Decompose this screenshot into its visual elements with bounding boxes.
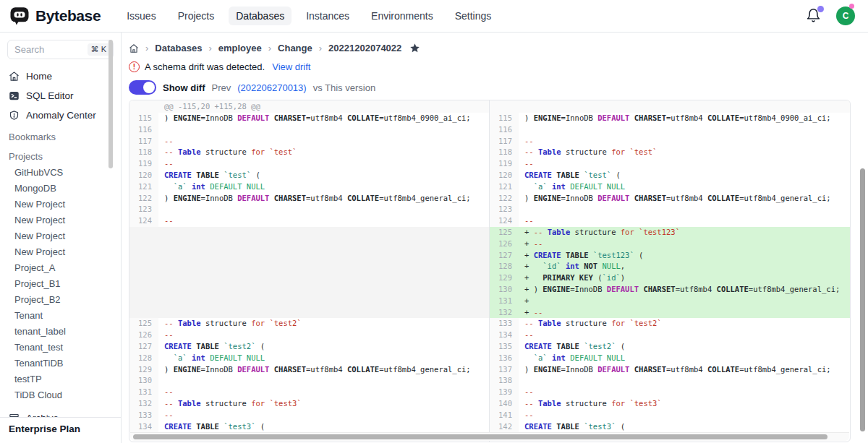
line-number: 125 bbox=[490, 227, 519, 238]
line-number: 117 bbox=[129, 136, 158, 147]
code-line: `a` int DEFAULT NULL bbox=[519, 181, 850, 193]
schema-diff-viewer[interactable]: @@ -115,20 +115,28 @@ 115) ENGINE=InnoDB… bbox=[129, 100, 851, 442]
sidebar-scrollbar[interactable] bbox=[109, 40, 113, 168]
code-line bbox=[519, 375, 850, 387]
nav-item-databases[interactable]: Databases bbox=[229, 7, 292, 25]
nav-item-issues[interactable]: Issues bbox=[119, 7, 163, 25]
notifications-button[interactable] bbox=[806, 8, 822, 24]
diff-row: 123 bbox=[129, 204, 489, 215]
diff-row: 121 `a` int DEFAULT NULL bbox=[490, 181, 850, 193]
line-number: 131 bbox=[490, 296, 519, 307]
code-line: -- Table structure for `test3` bbox=[519, 398, 850, 410]
diff-row: 125-- Table structure for `test2` bbox=[129, 318, 489, 330]
code-line: CREATE TABLE `test3` ( bbox=[519, 421, 850, 433]
diff-row: 135CREATE TABLE `test2` ( bbox=[490, 341, 850, 353]
diff-row: 115) ENGINE=InnoDB DEFAULT CHARSET=utf8m… bbox=[129, 113, 489, 124]
code-line: CREATE TABLE `test2` ( bbox=[519, 341, 850, 353]
breadcrumb-separator: › bbox=[208, 43, 211, 53]
sidebar-project-project-b1[interactable]: Project_B1 bbox=[0, 275, 121, 291]
sidebar-item-anomaly-center[interactable]: Anomaly Center bbox=[0, 106, 121, 125]
line-number: 120 bbox=[129, 170, 158, 181]
diff-row: 141-- bbox=[490, 410, 850, 421]
breadcrumb-separator: › bbox=[319, 43, 322, 53]
nav-item-instances[interactable]: Instances bbox=[299, 7, 357, 25]
diff-row: 139-- bbox=[490, 387, 850, 398]
sidebar-item-label: Anomaly Center bbox=[26, 110, 96, 121]
diff-row: 115) ENGINE=InnoDB DEFAULT CHARSET=utf8m… bbox=[490, 113, 850, 124]
nav-item-settings[interactable]: Settings bbox=[448, 7, 499, 25]
line-number: 115 bbox=[490, 113, 519, 124]
line-number: 132 bbox=[129, 398, 158, 410]
diff-row: 129+ PRIMARY KEY (`id`) bbox=[490, 272, 850, 284]
code-line: ) ENGINE=InnoDB DEFAULT CHARSET=utf8mb4 … bbox=[158, 193, 489, 205]
bytebase-logo-icon bbox=[9, 5, 30, 27]
sidebar-project-testtp[interactable]: testTP bbox=[0, 371, 121, 387]
diff-row: 130 bbox=[129, 375, 489, 387]
diff-row: 117-- bbox=[129, 136, 489, 147]
line-number: 137 bbox=[490, 364, 519, 376]
sidebar-project-project-b2[interactable]: Project_B2 bbox=[0, 291, 121, 307]
sidebar-project-tenant-label[interactable]: tenant_label bbox=[0, 323, 121, 339]
diff-horizontal-scrollbar-track bbox=[130, 432, 849, 441]
line-number: 122 bbox=[490, 193, 519, 205]
brand[interactable]: Bytebase bbox=[9, 5, 101, 27]
breadcrumb-home-icon[interactable] bbox=[129, 43, 139, 53]
code-line: -- Table structure for `test` bbox=[158, 147, 489, 158]
breadcrumb-item-change[interactable]: Change bbox=[278, 43, 312, 53]
sidebar-project-tenanttidb[interactable]: TenantTiDB bbox=[0, 355, 121, 371]
breadcrumb-item-employee[interactable]: employee bbox=[218, 43, 262, 53]
code-line: -- bbox=[519, 410, 850, 421]
diff-row: 131+ bbox=[490, 296, 850, 307]
page-vertical-scrollbar[interactable] bbox=[860, 168, 865, 431]
code-line: + CREATE TABLE `test123` ( bbox=[519, 250, 850, 262]
sidebar-project-tidb-cloud[interactable]: TiDB Cloud bbox=[0, 387, 121, 403]
main-content: › Databases › employee › Change › 202212… bbox=[122, 33, 868, 443]
diff-row: 126+ -- bbox=[490, 238, 850, 250]
search-input[interactable] bbox=[14, 44, 77, 55]
diff-horizontal-scrollbar[interactable] bbox=[133, 434, 827, 439]
shield-icon bbox=[9, 110, 20, 121]
diff-panes: @@ -115,20 +115,28 @@ 115) ENGINE=InnoDB… bbox=[129, 100, 850, 442]
sidebar-project-new-project[interactable]: New Project bbox=[0, 212, 121, 228]
sidebar-project-tenant-test[interactable]: Tenant_test bbox=[0, 339, 121, 355]
diff-row: 131-- bbox=[129, 387, 489, 398]
diff-pane-previous: @@ -115,20 +115,28 @@ 115) ENGINE=InnoDB… bbox=[129, 100, 490, 442]
show-diff-label: Show diff bbox=[163, 82, 205, 93]
code-line: CREATE TABLE `test3` ( bbox=[158, 421, 489, 433]
breadcrumb-item-version[interactable]: 20221202074022 bbox=[328, 43, 401, 53]
line-number: 136 bbox=[490, 353, 519, 364]
plan-badge[interactable]: Enterprise Plan bbox=[0, 417, 121, 443]
diff-row: 116 bbox=[490, 124, 850, 136]
toggle-knob bbox=[143, 82, 155, 93]
diff-row: 138 bbox=[490, 375, 850, 387]
sidebar-project-githubvcs[interactable]: GitHubVCS bbox=[0, 164, 121, 180]
sidebar-project-mongodb[interactable]: MongoDB bbox=[0, 180, 121, 196]
diff-rows-previous: 115) ENGINE=InnoDB DEFAULT CHARSET=utf8m… bbox=[129, 113, 489, 432]
sidebar-project-new-project[interactable]: New Project bbox=[0, 196, 121, 212]
breadcrumb-item-databases[interactable]: Databases bbox=[155, 43, 202, 53]
sidebar-projects-list: GitHubVCSMongoDBNew ProjectNew ProjectNe… bbox=[0, 164, 121, 403]
sidebar-project-project-a[interactable]: Project_A bbox=[0, 259, 121, 275]
line-number: 135 bbox=[490, 341, 519, 353]
search-box[interactable]: ⌘ K bbox=[7, 40, 114, 59]
nav-item-projects[interactable]: Projects bbox=[171, 7, 222, 25]
line-number: 131 bbox=[129, 387, 158, 398]
sidebar-item-home[interactable]: Home bbox=[0, 66, 121, 86]
sidebar-item-sql-editor[interactable]: SQL Editor bbox=[0, 86, 121, 106]
user-menu[interactable]: C bbox=[836, 7, 855, 25]
diff-row: 140-- Table structure for `test3` bbox=[490, 398, 850, 410]
code-line: + ) ENGINE=InnoDB DEFAULT CHARSET=utf8mb… bbox=[519, 284, 850, 296]
line-number: 127 bbox=[129, 341, 158, 353]
sidebar-project-tenant[interactable]: Tenant bbox=[0, 307, 121, 323]
app-shell: ⌘ K Home SQL Editor bbox=[0, 33, 868, 443]
view-drift-link[interactable]: View drift bbox=[272, 61, 310, 72]
bookmark-star-icon[interactable] bbox=[409, 43, 420, 53]
schema-drift-alert: ! A schema drift was detected. View drif… bbox=[129, 61, 868, 72]
prev-version-link[interactable]: (202206270013) bbox=[237, 82, 306, 93]
show-diff-toggle[interactable] bbox=[129, 80, 156, 95]
nav-item-environments[interactable]: Environments bbox=[364, 7, 441, 25]
sidebar-project-new-project[interactable]: New Project bbox=[0, 228, 121, 244]
sidebar-project-new-project[interactable]: New Project bbox=[0, 244, 121, 259]
diff-row: 142CREATE TABLE `test3` ( bbox=[490, 421, 850, 433]
line-number: 127 bbox=[490, 250, 519, 262]
